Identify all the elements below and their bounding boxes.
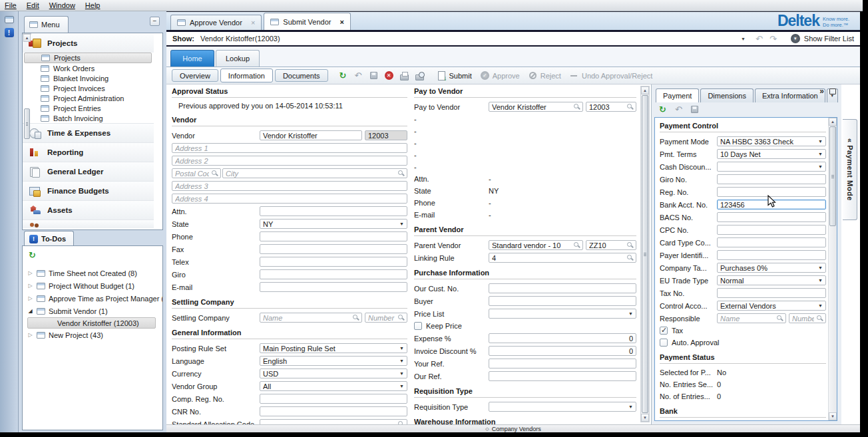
requisition-type-input[interactable] [489, 402, 636, 412]
tab-lookup[interactable]: Lookup [216, 50, 260, 67]
scroll-thumb[interactable] [829, 126, 836, 226]
payment-mode-side-tab[interactable]: « Payment Mode [843, 119, 857, 220]
undo-approval-reject-button[interactable]: Undo Approval/Reject [569, 71, 652, 80]
window-icon[interactable] [5, 16, 14, 23]
state-input[interactable]: NY [260, 219, 407, 229]
eu-trade-type-input[interactable]: Normal [717, 275, 826, 285]
scroll-down-icon[interactable]: ▼ [23, 33, 31, 34]
menu-help[interactable]: Help [85, 1, 101, 9]
sidebar-group-general-ledger[interactable]: General Ledger [23, 162, 154, 181]
sidebar-item-project-invoices[interactable]: Project Invoices [23, 83, 154, 93]
menu-edit[interactable]: Edit [27, 1, 39, 9]
our-cust-no-input[interactable] [489, 283, 636, 293]
number-input[interactable]: Number [789, 313, 826, 323]
name-input[interactable]: Name [260, 313, 362, 323]
menu-tab[interactable]: Menu [24, 16, 69, 33]
sidebar-item-projects[interactable]: Projects [24, 53, 152, 63]
maximize-icon[interactable] [829, 88, 836, 94]
e-mail-input[interactable] [260, 282, 407, 292]
scroll-thumb[interactable] [24, 108, 30, 139]
vendor-group-input[interactable]: All [260, 381, 407, 391]
auto-approval-checkbox[interactable] [660, 339, 668, 347]
attn-input[interactable] [260, 206, 407, 216]
code-input[interactable]: 12003 [365, 130, 407, 140]
cpc-no-input[interactable] [717, 225, 826, 235]
bank-acct-no-input[interactable]: 123456 [717, 200, 826, 210]
language-input[interactable]: English [260, 356, 407, 366]
form-scrollbar[interactable]: ▲▼ [640, 86, 650, 422]
expander-icon[interactable]: ▷ [27, 283, 33, 289]
tab-home[interactable]: Home [170, 50, 214, 67]
todo-child-vendor-kristoffer-12003[interactable]: Vendor Kristoffer (12003) [27, 317, 156, 329]
tax-no-input[interactable] [717, 288, 826, 298]
comp-reg-no-input[interactable] [260, 394, 407, 404]
delete-icon[interactable] [384, 71, 394, 80]
sidebar-group-finance-budgets[interactable]: Finance Budgets [23, 181, 154, 200]
scroll-up-icon[interactable]: ▲ [641, 86, 649, 94]
name-input[interactable]: Name [717, 313, 786, 323]
linking-rule-input[interactable]: 4 [489, 253, 636, 263]
sidebar-item-blanket-invoicing[interactable]: Blanket Invoicing [23, 73, 154, 83]
pmt-terms-input[interactable]: 10 Days Net [717, 149, 826, 159]
code-input[interactable]: 12003 [586, 102, 636, 112]
cnr-no-input[interactable] [260, 406, 407, 416]
close-icon[interactable]: × [339, 18, 343, 26]
telex-input[interactable] [260, 257, 407, 267]
refresh-icon[interactable] [338, 71, 348, 80]
close-icon[interactable]: × [251, 19, 255, 27]
your-ref-input[interactable] [489, 359, 636, 368]
reg-no-input[interactable] [717, 187, 826, 197]
print-icon[interactable] [399, 71, 409, 80]
buyer-input[interactable] [489, 296, 636, 306]
expander-icon[interactable]: ▷ [27, 332, 33, 338]
show-filter-list-button[interactable]: Show Filter List [804, 35, 854, 43]
sidebar-item-project-entries[interactable]: Project Entries [23, 103, 154, 113]
giro-input[interactable] [260, 269, 407, 279]
address-input[interactable]: Address 2 [172, 156, 407, 166]
city-input[interactable]: City [222, 168, 407, 178]
expander-icon[interactable]: ▷ [27, 295, 33, 301]
company-ta-input[interactable]: Purchases 0% [717, 263, 826, 273]
currency-input[interactable]: USD [260, 368, 407, 378]
panel-scrollbar[interactable]: ▲▼ [828, 118, 837, 420]
cash-discoun-input[interactable] [717, 162, 826, 172]
nav-scrollbar[interactable]: ▲▼ [23, 33, 31, 35]
back-icon[interactable] [756, 34, 763, 44]
code-input[interactable]: ZZ10 [586, 240, 636, 250]
tab-dimensions[interactable]: Dimensions [700, 88, 753, 102]
parent-vendor-input[interactable]: Standard vendor - 10 [489, 240, 583, 250]
control-acco-input[interactable]: External Vendors [717, 301, 826, 311]
undo-icon[interactable] [353, 71, 363, 80]
keep-price-checkbox[interactable] [414, 322, 422, 330]
address-input[interactable]: Address 3 [172, 181, 407, 191]
invoice-discount-input[interactable]: 0 [489, 346, 636, 356]
scroll-up-icon[interactable]: ▲ [23, 34, 31, 42]
double-chevron-icon[interactable] [819, 88, 824, 94]
payer-identifi-input[interactable] [717, 250, 826, 260]
reject-button[interactable]: Reject [528, 71, 561, 80]
tab-approve-vendor[interactable]: Approve Vendor× [170, 15, 262, 30]
tab-information[interactable]: Information [220, 69, 273, 82]
undo-icon[interactable] [674, 104, 684, 114]
scroll-thumb[interactable] [642, 95, 648, 413]
bacs-no-input[interactable] [717, 212, 826, 222]
collapse-sidebar-button[interactable] [150, 17, 160, 26]
sidebar-group-item[interactable] [23, 219, 154, 228]
todo-new-project-43[interactable]: ▷New Project (43) [27, 329, 162, 341]
tab-payment[interactable]: Payment [656, 88, 699, 102]
our-ref-input[interactable] [489, 371, 636, 381]
payment-mode-input[interactable]: NA HSBC 3363 Check [717, 136, 826, 146]
filter-toggle-icon[interactable] [791, 34, 800, 43]
sidebar-group-time-expenses[interactable]: Time & Expenses [23, 123, 154, 142]
todo-time-sheet-not-created-8[interactable]: ▷Time Sheet not Created (8) [27, 267, 162, 279]
save-icon[interactable] [690, 104, 700, 114]
sidebar-item-batch-invoicing[interactable]: Batch Invoicing [23, 113, 154, 123]
tab-submit-vendor[interactable]: Submit Vendor× [264, 13, 351, 30]
todo-submit-vendor-1[interactable]: ◢Submit Vendor (1) [27, 305, 162, 317]
address-input[interactable]: Address 4 [172, 194, 407, 204]
company-vendors-expander[interactable]: Company Vendors [166, 424, 860, 432]
expander-icon[interactable]: ◢ [27, 308, 33, 314]
tab-documents[interactable]: Documents [275, 69, 328, 82]
phone-input[interactable] [260, 231, 407, 241]
tab-overview[interactable]: Overview [172, 69, 218, 82]
